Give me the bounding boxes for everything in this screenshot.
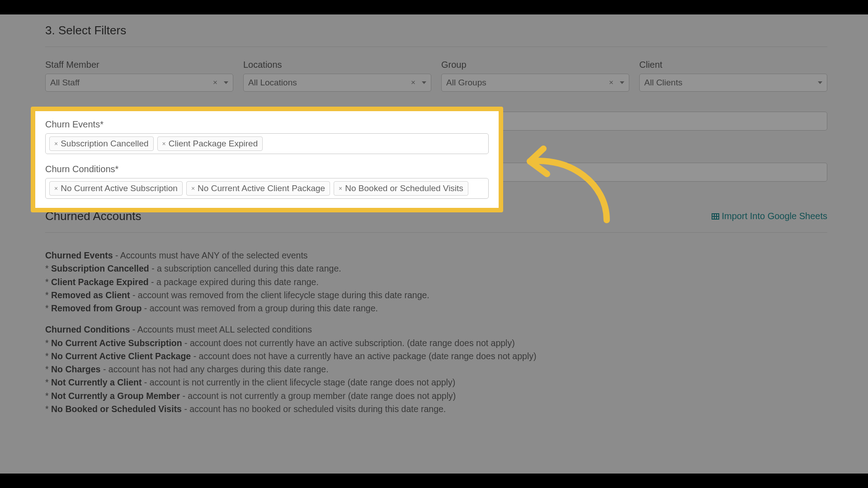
sheets-grid-icon [712,213,719,220]
tag-client-package-expired[interactable]: × Client Package Expired [157,136,263,151]
tag-label: No Booked or Scheduled Visits [345,183,463,193]
remove-tag-icon[interactable]: × [54,140,58,147]
staff-select-value: All Staff [50,78,209,88]
desc-event-line: * Client Package Expired - a package exp… [45,276,827,289]
staff-select[interactable]: All Staff × [45,74,233,92]
desc-conditions-intro: Churned Conditions - Accounts must meet … [45,323,827,336]
churn-events-label: Churn Events* [45,119,489,130]
filter-client: Client All Clients [639,60,827,92]
chevron-down-icon [224,81,228,84]
desc-condition-line: * No Current Active Subscription - accou… [45,337,827,350]
locations-select-value: All Locations [248,78,407,88]
locations-select[interactable]: All Locations × [243,74,431,92]
remove-tag-icon[interactable]: × [339,185,342,192]
desc-event-line: * Subscription Cancelled - a subscriptio… [45,262,827,275]
desc-condition-line: * No Current Active Client Package - acc… [45,350,827,363]
churn-events-field[interactable]: × Subscription Cancelled × Client Packag… [45,133,489,154]
tag-label: No Current Active Client Package [198,183,325,193]
import-google-sheets-link[interactable]: Import Into Google Sheets [712,211,827,221]
desc-condition-line: * No Booked or Scheduled Visits - accoun… [45,403,827,416]
client-select[interactable]: All Clients [639,74,827,92]
desc-condition-line: * Not Currently a Group Member - account… [45,389,827,403]
churn-filters-highlight: Churn Events* × Subscription Cancelled ×… [31,107,503,212]
filter-locations: Locations All Locations × [243,60,431,92]
filter-locations-label: Locations [243,60,431,70]
tag-no-active-subscription[interactable]: × No Current Active Subscription [49,181,183,196]
filter-group-label: Group [441,60,629,70]
tag-no-active-client-package[interactable]: × No Current Active Client Package [186,181,330,196]
filter-row: Staff Member All Staff × Locations All L… [45,60,827,92]
content-area: 3. Select Filters Staff Member All Staff… [45,23,827,416]
desc-condition-line: * No Charges - account has not had any c… [45,363,827,376]
chevron-down-icon [422,81,426,84]
remove-tag-icon[interactable]: × [54,185,58,192]
clear-locations-icon[interactable]: × [407,78,419,87]
section-title: 3. Select Filters [45,23,827,38]
tag-label: Subscription Cancelled [61,139,148,149]
clear-staff-icon[interactable]: × [209,78,221,87]
divider [45,232,827,233]
tag-label: No Current Active Subscription [61,183,178,193]
desc-event-line: * Removed from Group - account was remov… [45,302,827,315]
divider [45,47,827,47]
filter-staff-label: Staff Member [45,60,233,70]
group-select[interactable]: All Groups × [441,74,629,92]
desc-condition-line: * Not Currently a Client - account is no… [45,376,827,389]
app-stage: 3. Select Filters Staff Member All Staff… [0,14,868,474]
chevron-down-icon [818,81,822,84]
desc-event-line: * Removed as Client - account was remove… [45,289,827,302]
remove-tag-icon[interactable]: × [162,140,166,147]
accounts-description: Churned Events - Accounts must have ANY … [45,249,827,416]
filter-staff: Staff Member All Staff × [45,60,233,92]
tag-label: Client Package Expired [169,139,258,149]
churn-conditions-label: Churn Conditions* [45,164,489,174]
group-select-value: All Groups [446,78,605,88]
tag-no-booked-visits[interactable]: × No Booked or Scheduled Visits [334,181,468,196]
client-select-value: All Clients [644,78,815,88]
tag-subscription-cancelled[interactable]: × Subscription Cancelled [49,136,154,151]
desc-events-intro: Churned Events - Accounts must have ANY … [45,249,827,262]
import-link-label: Import Into Google Sheets [722,211,827,221]
remove-tag-icon[interactable]: × [191,185,195,192]
churn-conditions-field[interactable]: × No Current Active Subscription × No Cu… [45,178,489,199]
filter-group: Group All Groups × [441,60,629,92]
clear-group-icon[interactable]: × [605,78,617,87]
filter-client-label: Client [639,60,827,70]
chevron-down-icon [620,81,624,84]
